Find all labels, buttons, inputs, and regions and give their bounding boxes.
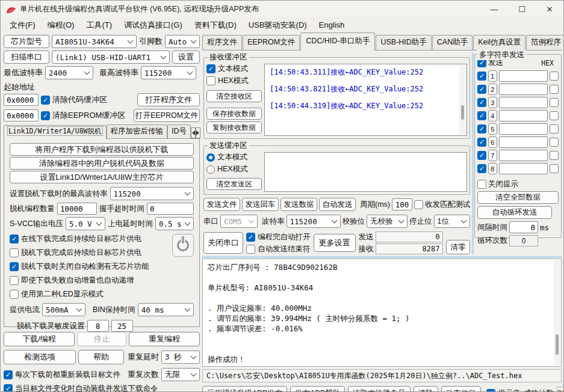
close-tip-checkbox[interactable] <box>477 180 486 189</box>
disable-autodetect-checkbox[interactable] <box>10 262 19 271</box>
multi-row-number-button[interactable]: 5 <box>488 123 497 135</box>
increment-on-fail-checkbox[interactable] <box>10 276 19 285</box>
multi-row-checkbox[interactable] <box>477 85 486 94</box>
clear-all-data-button[interactable]: 清空全部数据 <box>477 191 559 204</box>
clear-send-button[interactable]: 清空发送区 <box>206 178 262 190</box>
save-receive-button[interactable]: 保存接收数据 <box>206 108 262 120</box>
multi-row-number-button[interactable]: 1 <box>488 70 497 82</box>
multi-row-checkbox[interactable] <box>477 72 486 81</box>
send-terminal[interactable] <box>264 152 467 192</box>
tab-keil-simulation[interactable]: Keil仿真设置 <box>473 35 525 50</box>
svcc-select[interactable]: 5.0 V <box>66 217 105 230</box>
max-baud-select[interactable]: 115200 <box>141 66 196 79</box>
set-master-chip-button[interactable]: 设置Link1D/Writer1A/U8W主控芯片 <box>10 171 194 183</box>
close-icon[interactable]: ✕ <box>536 1 563 17</box>
min-baud-select[interactable]: 2400 <box>45 66 93 79</box>
send-data-button[interactable]: 发送数据 <box>280 198 317 211</box>
multi-row-input[interactable] <box>499 123 548 135</box>
serial-port-select[interactable]: COM5 <box>220 215 258 228</box>
multi-row-hex-checkbox[interactable] <box>550 111 559 120</box>
auto-loop-send-button[interactable]: 自动循环发送 <box>477 206 552 219</box>
right-arrow-icon[interactable] <box>196 127 200 138</box>
recv-hex-mode-checkbox[interactable] <box>206 76 215 85</box>
tab-id-number[interactable]: ID号 <box>167 124 191 138</box>
beep-checkbox[interactable] <box>486 389 495 392</box>
period-input[interactable] <box>392 198 412 210</box>
repeat-program-button[interactable]: 重复编程 <box>129 332 200 346</box>
auto-open-checkbox[interactable] <box>246 233 255 242</box>
bin-hold-select[interactable]: 40 ms <box>138 303 194 316</box>
multi-row-number-button[interactable]: 4 <box>488 110 497 121</box>
multi-row-checkbox[interactable] <box>477 164 486 173</box>
recv-text-mode-checkbox[interactable] <box>206 64 215 73</box>
multi-row-hex-checkbox[interactable] <box>550 124 559 133</box>
multi-row-input[interactable] <box>499 150 548 161</box>
multi-row-hex-checkbox[interactable] <box>550 72 559 81</box>
menu-tools[interactable]: 工具(T) <box>81 19 117 32</box>
menu-program[interactable]: 编程(O) <box>42 19 80 32</box>
menu-debug-interface[interactable]: 调试仿真接口(G) <box>119 19 188 32</box>
multi-row-hex-checkbox[interactable] <box>550 164 559 173</box>
close-port-button[interactable]: 关闭串口 <box>203 232 243 254</box>
tab-offline-download[interactable]: Link1D/Writer1A/U8W脱机 <box>4 125 107 139</box>
handshake-input[interactable] <box>147 203 194 215</box>
multi-row-checkbox[interactable] <box>477 111 486 120</box>
maximize-icon[interactable]: ☐ <box>508 1 536 17</box>
second-led-mode-checkbox[interactable] <box>10 290 19 299</box>
send-enter-button[interactable]: 发送回车 <box>242 198 279 211</box>
match-test-checkbox[interactable] <box>414 200 423 209</box>
repeat-count-select[interactable]: 无限 <box>161 368 200 381</box>
download-to-programmer-button[interactable]: 将用户程序下载到编程器以供脱机下载 <box>10 143 194 156</box>
menu-usb-driver[interactable]: USB驱动安装(D) <box>243 19 312 32</box>
multi-row-checkbox[interactable] <box>477 98 486 107</box>
chip-type-button[interactable]: 芯片型号 <box>4 35 49 48</box>
menu-english[interactable]: English <box>314 19 350 31</box>
minimize-icon[interactable]: — <box>480 1 508 17</box>
auto-end-checkbox[interactable] <box>246 245 255 254</box>
interval-input[interactable] <box>509 221 538 233</box>
menu-downloads[interactable]: 资料下载(D) <box>189 19 242 32</box>
open-program-file-button[interactable]: 打开程序文件 <box>137 93 200 106</box>
port-select[interactable]: (Link1) USB-HID-UART1 <box>52 51 170 64</box>
multi-row-number-button[interactable]: 6 <box>488 136 497 148</box>
repeat-delay-select[interactable]: 3 秒 <box>161 351 200 364</box>
power-button[interactable] <box>172 234 194 257</box>
parity-select[interactable]: 无校验 <box>367 215 408 228</box>
baud-select[interactable]: 115200 <box>287 215 341 228</box>
tab-cdc-hid-serial-assistant[interactable]: CDC/HID-串口助手 <box>300 32 375 51</box>
multi-row-input[interactable] <box>499 97 548 108</box>
reload-before-download-checkbox[interactable] <box>4 370 13 379</box>
multi-row-hex-checkbox[interactable] <box>550 138 559 147</box>
left-arrow-icon[interactable] <box>191 127 196 138</box>
tab-usb-hid-assistant[interactable]: USB-HID助手 <box>376 35 431 50</box>
download-program-button[interactable]: 下载/编程 <box>4 332 75 346</box>
read-disk-id-button[interactable]: 读取本机硬盘号 <box>348 386 411 392</box>
tab-can-assistant[interactable]: CAN助手 <box>432 35 473 50</box>
vertical-splitter[interactable] <box>472 52 474 254</box>
info-scrollbar[interactable] <box>554 260 560 366</box>
keep-power-online-checkbox[interactable] <box>10 234 19 243</box>
send-file-button[interactable]: 发送文件 <box>203 198 240 211</box>
multi-row-hex-checkbox[interactable] <box>550 85 559 94</box>
info-log[interactable]: 芯片出厂序列号 : 78B4C9D902162B 单片机型号: AI8051U-… <box>202 259 562 367</box>
check-options-button[interactable]: 检测选项 <box>4 350 76 364</box>
horizontal-splitter[interactable] <box>202 256 562 258</box>
stop-button[interactable]: 停止 <box>77 332 126 346</box>
help-button[interactable]: 帮助 <box>78 350 124 364</box>
dynamic-info-button[interactable]: 动态信息 <box>441 386 481 392</box>
tab-example-programs[interactable]: 范例程序 <box>526 35 564 50</box>
multi-row-checkbox[interactable] <box>477 151 486 160</box>
clear-eeprom-checkbox[interactable] <box>41 111 50 120</box>
clear-log-button[interactable]: 清除 <box>414 386 438 392</box>
offline-baud-select[interactable]: 115200 <box>110 187 194 200</box>
multi-row-checkbox[interactable] <box>477 124 486 133</box>
remote-upgrade-publish-button[interactable]: 远程现场升级APP发布 <box>202 386 287 392</box>
auto-load-on-change-checkbox[interactable] <box>4 384 13 392</box>
multi-row-input[interactable] <box>499 70 548 82</box>
supply-current-select[interactable]: 500mA <box>42 303 85 316</box>
chip-type-select[interactable]: AI8051U-34K64 <box>52 35 137 48</box>
keep-power-offline-checkbox[interactable] <box>10 248 19 257</box>
receive-terminal[interactable]: [14:50:43.311]接收←ADC_KEY_Value:252 [14:5… <box>264 64 467 136</box>
auto-send-button[interactable]: 自动发送 <box>319 198 356 211</box>
receive-scrollbar[interactable] <box>459 65 466 135</box>
